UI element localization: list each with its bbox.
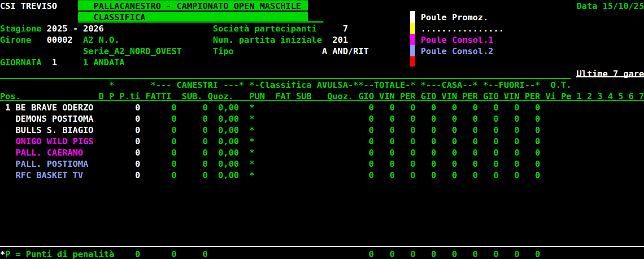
cell-gvp: 0 xyxy=(514,126,519,135)
cell-fatti: 0 xyxy=(171,149,176,157)
team-name: ONIGO WILD PIGS xyxy=(16,137,94,146)
legend-label: ................ xyxy=(421,24,504,33)
page-title: PALLACANESTRO - CAMPIONATO OPEN MASCHILE xyxy=(94,2,301,10)
legend-swatch xyxy=(410,11,415,23)
footer-gvp: 0 xyxy=(494,250,499,259)
cell-gvp: 0 xyxy=(494,115,499,123)
cell-gvp: 0 xyxy=(431,149,436,157)
footer-gvp: 0 xyxy=(390,250,395,259)
cell-fatti: 0 xyxy=(171,137,176,146)
cell-gvp: 0 xyxy=(390,149,395,157)
team-name: PALL. POSTIOMA xyxy=(16,160,88,168)
cell-sub: 0 xyxy=(203,103,208,112)
cell-gvp: 0 xyxy=(369,149,374,157)
col-sub: SUB. xyxy=(182,92,203,101)
footer-gvp: 0 xyxy=(473,250,478,259)
cell-gvp: 0 xyxy=(494,160,499,168)
cell-gvp: 0 xyxy=(390,126,395,135)
legend-label: Poule Consol.2 xyxy=(421,47,494,56)
team-name: BULLS S. BIAGIO xyxy=(16,126,94,135)
col-vi-pe: Vi Pe xyxy=(545,92,572,101)
cell-gvp: 0 xyxy=(494,137,499,146)
cell-pti: 0 xyxy=(135,137,140,146)
col-fatti: FATTI xyxy=(145,92,171,101)
cell-gvp: 0 xyxy=(494,103,499,112)
cell-sub: 0 xyxy=(203,126,208,135)
hdr-group-totale: *--TOTALE-* xyxy=(358,81,416,89)
footer-rule xyxy=(0,246,644,247)
cell-pti: 0 xyxy=(135,160,140,168)
cell-gvp: 0 xyxy=(452,149,457,157)
cell-star: * xyxy=(249,137,254,146)
cell-gvp: 0 xyxy=(410,126,415,135)
cell-fatti: 0 xyxy=(171,171,176,180)
hdr-group-ot: O.T. xyxy=(550,81,571,89)
row-position: 1 xyxy=(5,103,10,112)
cell-gvp: 0 xyxy=(514,171,519,180)
cell-sub: 0 xyxy=(203,137,208,146)
cell-gvp: 0 xyxy=(535,171,540,180)
col-fat-sub: FAT SUB xyxy=(275,92,312,101)
hdr-penalty-star: * xyxy=(109,81,114,89)
cell-gvp: 0 xyxy=(410,160,415,168)
date-label: Data 15/10/25 xyxy=(577,2,644,10)
cell-gvp: 0 xyxy=(390,160,395,168)
giornata-label: GIORNATA xyxy=(0,58,42,67)
cell-gvp: 0 xyxy=(473,115,478,123)
cell-gvp: 0 xyxy=(390,115,395,123)
cell-gvp: 0 xyxy=(535,160,540,168)
cell-quoz: 0,00 xyxy=(218,160,239,168)
footer-gvp: 0 xyxy=(452,250,457,259)
cell-gvp: 0 xyxy=(431,160,436,168)
cell-gvp: 0 xyxy=(535,115,540,123)
cell-quoz: 0,00 xyxy=(218,103,239,112)
cell-gvp: 0 xyxy=(431,126,436,135)
societa-label: Società partecipanti xyxy=(213,24,317,33)
cell-gvp: 0 xyxy=(535,126,540,135)
page-subtitle: CLASSIFICA xyxy=(94,13,145,22)
cell-gvp: 0 xyxy=(473,126,478,135)
cell-quoz: 0,00 xyxy=(218,137,239,146)
col-totale-gvp: GIO VIN PER xyxy=(358,92,416,101)
cell-gvp: 0 xyxy=(369,115,374,123)
cell-gvp: 0 xyxy=(473,160,478,168)
footer-sub: 0 xyxy=(203,250,208,259)
footer-pti: 0 xyxy=(135,250,140,259)
cell-gvp: 0 xyxy=(514,137,519,146)
cell-gvp: 0 xyxy=(410,137,415,146)
hdr-group-casa: *---CASA--* xyxy=(421,81,478,89)
cell-star: * xyxy=(249,149,254,157)
cell-gvp: 0 xyxy=(494,149,499,157)
cell-gvp: 0 xyxy=(452,137,457,146)
cell-star: * xyxy=(249,160,254,168)
cell-fatti: 0 xyxy=(171,115,176,123)
cell-gvp: 0 xyxy=(369,137,374,146)
legend-swatch xyxy=(410,56,415,66)
cell-star: * xyxy=(249,126,254,135)
societa-value: 7 xyxy=(343,24,348,33)
cell-gvp: 0 xyxy=(410,115,415,123)
hdr-group-canestri: *--- CANESTRI ---* xyxy=(151,81,244,89)
cell-gvp: 0 xyxy=(452,103,457,112)
cell-pti: 0 xyxy=(135,149,140,157)
legend-swatch xyxy=(410,34,415,45)
cell-gvp: 0 xyxy=(452,160,457,168)
cell-gvp: 0 xyxy=(369,126,374,135)
footer-gvp: 0 xyxy=(431,250,436,259)
cell-sub: 0 xyxy=(203,160,208,168)
cell-gvp: 0 xyxy=(410,149,415,157)
cell-gvp: 0 xyxy=(473,171,478,180)
cell-gvp: 0 xyxy=(494,171,499,180)
tipo-value: A AND/RIT xyxy=(322,47,369,56)
cell-quoz: 0,00 xyxy=(218,126,239,135)
cell-gvp: 0 xyxy=(369,160,374,168)
legend-swatch xyxy=(410,45,415,56)
cell-gvp: 0 xyxy=(494,126,499,135)
cell-quoz: 0,00 xyxy=(218,149,239,157)
cell-gvp: 0 xyxy=(473,103,478,112)
banner-underline xyxy=(78,21,323,23)
cell-quoz: 0,00 xyxy=(218,171,239,180)
cell-gvp: 0 xyxy=(514,115,519,123)
girone-code: 00002 xyxy=(47,36,73,44)
col-quoz-avulsa: Quoz. xyxy=(327,92,353,101)
